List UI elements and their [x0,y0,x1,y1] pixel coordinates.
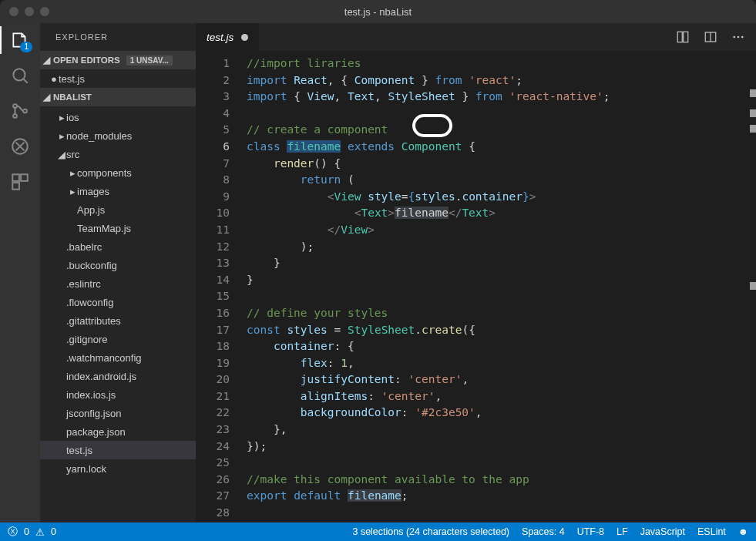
warning-count[interactable]: 0 [51,526,56,537]
code-line[interactable]: return ( [247,172,756,189]
ruler-mark [750,109,756,117]
open-editors-label: OPEN EDITORS [53,55,120,65]
source-control-icon[interactable] [9,100,31,122]
code-line[interactable] [247,106,756,123]
code-line[interactable] [247,505,756,522]
code-line[interactable]: class filename extends Component { [247,139,756,156]
line-number: 5 [196,122,230,139]
code-line[interactable] [247,455,756,472]
chevron-down-icon: ◢ [57,149,66,160]
file-item[interactable]: jsconfig.json [40,404,196,422]
file-item[interactable]: TeamMap.js [40,219,196,237]
code-line[interactable]: }); [247,439,756,455]
code-line[interactable]: container: { [247,338,756,355]
compare-changes-icon[interactable] [676,30,690,44]
code-line[interactable]: }, [247,422,756,439]
code-line[interactable]: justifyContent: 'center', [247,371,756,388]
extensions-icon[interactable] [9,171,31,193]
code-line[interactable]: <Text>filename</Text> [247,205,756,222]
svg-point-11 [733,36,735,39]
item-label: index.ios.js [66,389,116,401]
titlebar: test.js - nbaList [0,0,756,23]
file-item[interactable]: App.js [40,200,196,219]
file-item[interactable]: test.js [40,441,196,459]
explorer-icon[interactable]: 1 [9,29,31,51]
maximize-window[interactable] [40,7,49,16]
code-line[interactable]: // create a component [247,122,756,139]
folder-item[interactable]: ▸ios [40,108,196,126]
folder-item[interactable]: ▸images [40,182,196,200]
code-line[interactable]: import { View, Text, StyleSheet } from '… [247,89,756,106]
selection-status[interactable]: 3 selections (24 characters selected) [352,526,509,537]
file-item[interactable]: index.ios.js [40,385,196,404]
line-number: 3 [196,89,230,106]
ruler-mark [750,125,756,133]
code-content[interactable]: //import lirariesimport React, { Compone… [247,51,756,523]
code-line[interactable]: alignItems: 'center', [247,388,756,405]
folder-item[interactable]: ▸components [40,163,196,182]
file-item[interactable]: .watchmanconfig [40,348,196,367]
linter-status[interactable]: ESLint [697,526,726,537]
feedback-icon[interactable]: ☻ [738,526,748,537]
code-line[interactable]: import React, { Component } from 'react'… [247,72,756,89]
file-tree: ▸ios▸node_modules◢src▸components▸imagesA… [40,106,196,478]
code-line[interactable]: flex: 1, [247,355,756,372]
code-line[interactable]: backgroundColor: '#2c3e50', [247,405,756,422]
line-number: 12 [196,239,230,256]
warnings-icon[interactable]: ⚠ [35,526,45,538]
item-label: src [66,149,79,160]
eol-status[interactable]: LF [617,526,628,537]
code-line[interactable]: export default filename; [247,488,756,505]
overview-ruler[interactable] [750,51,756,523]
file-item[interactable]: .flowconfig [40,293,196,311]
line-number: 2 [196,72,230,89]
error-count[interactable]: 0 [24,526,29,537]
item-label: components [77,167,132,179]
folder-item[interactable]: ◢src [40,145,196,163]
code-line[interactable] [247,288,756,305]
activity-bar: 1 [0,23,40,523]
file-item[interactable]: .buckconfig [40,256,196,274]
folder-item[interactable]: ▸node_modules [40,126,196,145]
file-item[interactable]: .babelrc [40,237,196,256]
language-status[interactable]: JavaScript [640,526,685,537]
file-item[interactable]: .gitignore [40,330,196,348]
indent-status[interactable]: Spaces: 4 [522,526,565,537]
debug-icon[interactable] [9,136,31,157]
code-area[interactable]: 1234567891011121314151617181920212223242… [196,51,756,523]
window-controls[interactable] [0,7,49,16]
code-line[interactable]: <View style={styles.container}> [247,189,756,206]
errors-icon[interactable]: ⓧ [8,526,18,539]
code-line[interactable]: } [247,255,756,272]
code-line[interactable]: render() { [247,156,756,173]
tab-test-js[interactable]: test.js [196,23,260,51]
more-actions-icon[interactable] [731,30,745,44]
file-item[interactable]: .gitattributes [40,311,196,330]
code-line[interactable]: //make this component available to the a… [247,472,756,489]
line-number: 25 [196,455,230,472]
minimize-window[interactable] [25,7,34,16]
code-line[interactable]: const styles = StyleSheet.create({ [247,322,756,339]
file-item[interactable]: index.android.js [40,367,196,385]
open-editors-header[interactable]: ◢ OPEN EDITORS 1 UNSAV... [40,51,196,69]
sidebar-title: EXPLORER [40,23,196,51]
split-editor-icon[interactable] [704,30,717,44]
file-item[interactable]: yarn.lock [40,459,196,478]
file-item[interactable]: .eslintrc [40,274,196,293]
code-line[interactable]: ); [247,239,756,256]
encoding-status[interactable]: UTF-8 [577,526,604,537]
search-icon[interactable] [9,65,31,86]
open-editor-item[interactable]: ●test.js [40,69,196,88]
close-window[interactable] [9,7,18,16]
project-header[interactable]: ◢ NBALIST [40,88,196,106]
modified-indicator-icon: ● [49,73,59,85]
line-number: 6 [196,139,230,156]
code-line[interactable]: //import liraries [247,55,756,72]
code-line[interactable]: // define your styles [247,305,756,322]
project-label: NBALIST [53,92,92,102]
file-item[interactable]: package.json [40,422,196,441]
code-line[interactable]: } [247,272,756,289]
code-line[interactable]: </View> [247,222,756,239]
item-label: .babelrc [66,241,102,253]
item-label: .flowconfig [66,297,113,308]
